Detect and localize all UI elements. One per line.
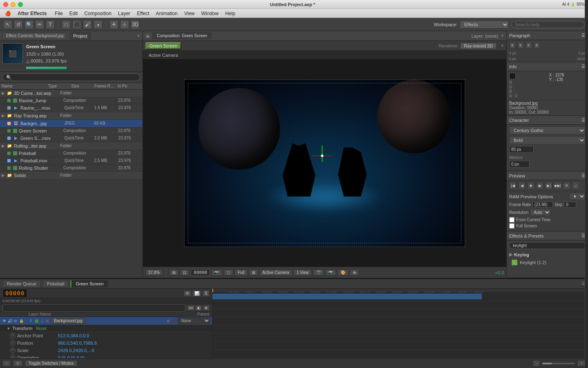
toggle-switches-btn[interactable]: Toggle Switches / Modes — [25, 360, 78, 366]
reset-btn[interactable]: Reset — [36, 326, 47, 331]
menu-effect[interactable]: Effect — [134, 10, 152, 17]
list-item[interactable]: Green Screen Composition 23.976 — [0, 128, 143, 135]
preview-next-btn[interactable]: ▶| — [545, 182, 552, 189]
tool-3d[interactable]: 3D — [131, 20, 140, 29]
tool-zoom[interactable]: 🔍 — [24, 20, 33, 29]
audio-icon[interactable]: 🔊 — [7, 319, 12, 323]
font-size-input[interactable] — [509, 146, 534, 153]
effects-search-input[interactable] — [509, 242, 586, 249]
green-screen-timeline-tab[interactable]: Green Screen — [70, 280, 108, 287]
green-screen-btn[interactable]: Green Screen — [145, 42, 181, 49]
zoom-slider[interactable] — [542, 363, 575, 364]
layer-fx-icon[interactable]: fx — [46, 319, 49, 323]
viewport[interactable] — [143, 60, 506, 267]
tool-move[interactable]: ⊹ — [120, 20, 129, 29]
full-screen-checkbox[interactable] — [509, 223, 514, 229]
graph-btn[interactable]: 📊 — [192, 290, 201, 296]
frame-rate-input[interactable] — [532, 202, 553, 208]
menu-view[interactable]: View — [181, 10, 198, 17]
align-right-btn[interactable]: ≡ — [526, 42, 532, 49]
renderer-close[interactable]: ✕ — [501, 43, 504, 48]
panel-close-icon[interactable]: ✕ — [137, 34, 140, 38]
tool-shape[interactable]: □ — [62, 20, 71, 29]
view-selector[interactable]: Active Camera — [260, 269, 292, 276]
add-layer-btn[interactable]: + — [2, 360, 11, 366]
comp-timecode[interactable]: 00000 — [191, 269, 210, 276]
effect-keylight[interactable]: K Keylight (1.2) — [507, 258, 588, 267]
timeline-end-handle[interactable] — [585, 289, 588, 358]
render-btn[interactable]: 🎬 — [313, 269, 324, 276]
renderer-btn[interactable]: Ray-traced 3D — [460, 43, 497, 49]
preview-loop-btn[interactable]: ⟳ — [563, 182, 570, 189]
menu-window[interactable]: Window — [198, 10, 222, 17]
effect-controls-tab[interactable]: Effect Controls: Background.jpg — [2, 32, 67, 39]
resolution-dropdown[interactable]: Auto — [530, 209, 551, 216]
stopwatch-orient-icon[interactable]: ⏱ — [10, 355, 16, 359]
menu-animation[interactable]: Animation — [153, 10, 181, 17]
menu-help[interactable]: Help — [222, 10, 238, 17]
tool-anchor[interactable]: ✛ — [109, 20, 118, 29]
timeline-ruler[interactable]: 00005 00010 00015 00020 00025 00030 0003… — [212, 289, 588, 293]
menu-layer[interactable]: Layer — [115, 10, 134, 17]
style-dropdown[interactable]: Bold — [509, 136, 586, 144]
scale-value[interactable]: 2428.0,2428.0,...0 — [58, 348, 210, 353]
close-btn[interactable] — [3, 2, 8, 7]
list-item[interactable]: ▶ 📁 Ray Tracing.aep Folder — [0, 112, 143, 120]
align-center-btn[interactable]: ≡ — [517, 42, 524, 49]
info-tab[interactable]: Info — [509, 64, 517, 69]
layer-btn-1[interactable]: AV — [187, 305, 195, 311]
minimize-btn[interactable] — [11, 2, 16, 7]
comp-settings-btn[interactable]: ⚙ — [13, 360, 22, 366]
indent-input[interactable] — [509, 161, 530, 168]
ram-dropdown[interactable]: ▼ — [569, 193, 586, 200]
maximize-btn[interactable] — [18, 2, 23, 7]
channels-btn[interactable]: 🎨 — [338, 269, 348, 276]
preview-tab[interactable]: Preview — [509, 173, 525, 178]
tool-pen[interactable]: ✏ — [35, 20, 44, 29]
quality-btn[interactable]: Full — [235, 269, 247, 276]
paragraph-tab[interactable]: Paragraph — [509, 33, 530, 38]
grid-btn[interactable]: ⊞ — [249, 269, 258, 276]
list-item[interactable]: 🖼 Backgro...jpg JPEG 60 KB — [0, 120, 143, 128]
preview-prev-btn[interactable]: ◀ — [518, 182, 526, 189]
motion-icon[interactable]: ⊛ — [167, 319, 170, 323]
loop-btn[interactable]: ⟳ — [184, 290, 191, 296]
3d-btn[interactable]: ⬡ — [224, 269, 233, 276]
magnify-btn[interactable]: ⊞ — [169, 269, 178, 276]
comp-tab[interactable]: Composition: Green Screen — [152, 32, 212, 39]
list-item[interactable]: ▶ 📁 Rolling...tter.aep Folder — [0, 142, 143, 150]
menu-composition[interactable]: Composition — [81, 10, 115, 17]
stopwatch-position-icon[interactable]: ⏱ — [10, 340, 16, 346]
skip-input[interactable] — [564, 202, 576, 208]
layer-btn-2[interactable]: ◐ — [196, 305, 202, 311]
timeline-timecode[interactable]: 00000 — [2, 289, 27, 298]
preview-stop-btn[interactable]: ■ — [527, 182, 535, 189]
search-input[interactable] — [511, 21, 585, 28]
render-queue-tab[interactable]: Render Queue — [2, 280, 41, 287]
character-tab[interactable]: Character — [509, 118, 529, 123]
project-search-input[interactable] — [2, 74, 140, 81]
menu-ae[interactable]: After Effects — [14, 10, 50, 17]
list-item[interactable]: Pokeball Composition 23.976 — [0, 150, 143, 157]
anchor-point-value[interactable]: 512.0,384.0,0.0 — [58, 333, 210, 338]
zoom-out-btn[interactable]: - — [533, 360, 540, 366]
tool-text[interactable]: T — [46, 20, 55, 29]
project-tab[interactable]: Project — [69, 32, 91, 40]
preview-first-btn[interactable]: |◀ — [509, 182, 517, 189]
preview-play-btn[interactable]: ▶ — [536, 182, 543, 189]
from-current-checkbox[interactable] — [509, 217, 514, 222]
layer-btn-3[interactable]: ⊕ — [203, 305, 209, 311]
list-item[interactable]: ▶ Pokeball.mov QuickTime 2.5 MB 23.976 — [0, 157, 143, 165]
list-item[interactable]: ▶ Ravine_....mov QuickTime 1.6 MB 23.976 — [0, 104, 143, 112]
layer-name-btn[interactable]: Background.jpg — [51, 318, 85, 324]
tool-paint[interactable]: 🖌 — [83, 20, 92, 29]
tool-stamp[interactable]: ⬧ — [94, 20, 102, 29]
eye-icon[interactable]: 👁 — [2, 319, 7, 323]
position-value[interactable]: 960.0,540.0,7986.8 — [58, 341, 210, 346]
list-item[interactable]: ▶ 📁 Solids Folder — [0, 172, 143, 180]
transform-expand-icon[interactable]: ▼ — [7, 326, 11, 331]
transform-row[interactable]: ▼ Transform Reset — [0, 325, 212, 332]
layer-row[interactable]: 👁 🔊 ⊙ 🔒 3 ⬡ fx Background.jpg — [0, 317, 212, 325]
orientation-value[interactable]: 0.0°,0.0°,0.0° — [58, 355, 210, 359]
solo-icon[interactable]: ⊙ — [13, 319, 18, 323]
